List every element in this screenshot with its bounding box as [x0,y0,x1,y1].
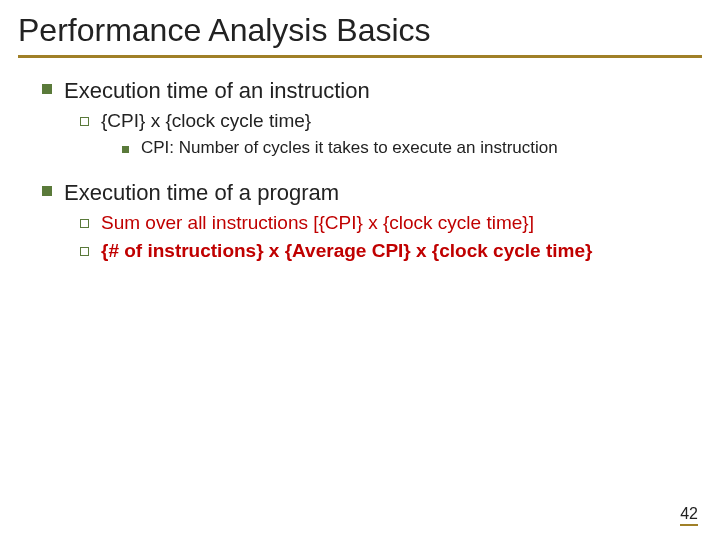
section1-formula: {CPI} x {clock cycle time} [101,110,311,132]
section2-line1-row: Sum over all instructions [{CPI} x {cloc… [80,212,702,234]
section2-heading-row: Execution time of a program [42,180,702,206]
square-bullet-hollow-icon [80,247,89,256]
square-bullet-hollow-icon [80,117,89,126]
slide-title: Performance Analysis Basics [18,12,702,49]
section1-heading-row: Execution time of an instruction [42,78,702,104]
section2-line2-row: {# of instructions} x {Average CPI} x {c… [80,240,702,262]
square-bullet-solid-icon [42,186,52,196]
square-bullet-hollow-icon [80,219,89,228]
square-bullet-small-icon [122,146,129,153]
section2-heading: Execution time of a program [64,180,339,206]
section1-formula-row: {CPI} x {clock cycle time} [80,110,702,132]
section1-heading: Execution time of an instruction [64,78,370,104]
page-number: 42 [680,505,698,526]
title-rule [18,55,702,58]
section1-note: CPI: Number of cycles it takes to execut… [141,138,558,158]
section2-line2: {# of instructions} x {Average CPI} x {c… [101,240,592,262]
slide-container: Performance Analysis Basics Execution ti… [0,0,720,262]
section-spacer [18,164,702,180]
section1-note-row: CPI: Number of cycles it takes to execut… [122,138,702,158]
square-bullet-solid-icon [42,84,52,94]
section2-line1: Sum over all instructions [{CPI} x {cloc… [101,212,534,234]
